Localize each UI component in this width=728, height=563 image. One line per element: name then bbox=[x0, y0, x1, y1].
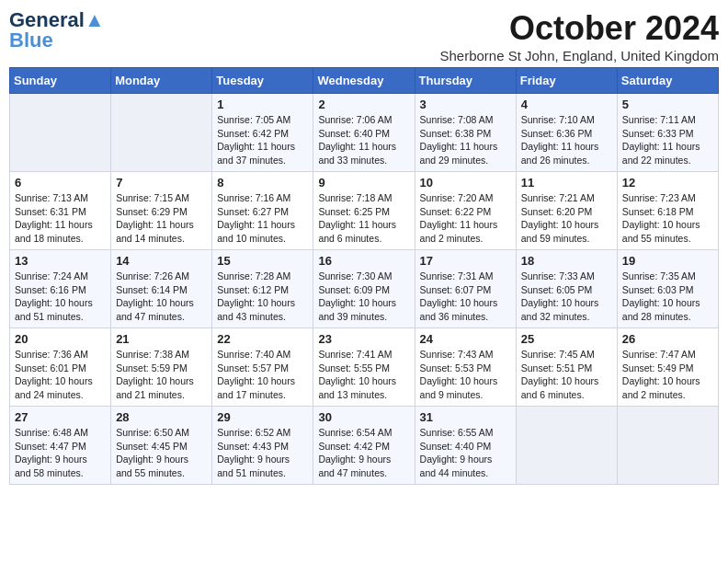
cell-info: Sunrise: 6:50 AM bbox=[116, 426, 207, 440]
cell-info: Sunrise: 7:16 AM bbox=[217, 191, 308, 205]
day-number: 3 bbox=[420, 98, 511, 111]
cell-info: Daylight: 10 hours and 32 minutes. bbox=[521, 296, 612, 323]
cell-info: Sunrise: 7:40 AM bbox=[217, 348, 308, 362]
cell-info: Daylight: 10 hours and 47 minutes. bbox=[116, 296, 207, 323]
cell-info: Daylight: 10 hours and 43 minutes. bbox=[217, 296, 308, 323]
day-number: 13 bbox=[15, 254, 106, 268]
calendar-cell: 2Sunrise: 7:06 AMSunset: 6:40 PMDaylight… bbox=[313, 94, 415, 172]
cell-info: Sunset: 6:33 PM bbox=[622, 127, 713, 141]
day-number: 19 bbox=[622, 254, 713, 268]
calendar-cell: 14Sunrise: 7:26 AMSunset: 6:14 PMDayligh… bbox=[111, 250, 212, 328]
day-number: 24 bbox=[420, 332, 511, 346]
calendar-cell: 20Sunrise: 7:36 AMSunset: 6:01 PMDayligh… bbox=[10, 328, 111, 407]
column-header-monday: Monday bbox=[111, 68, 212, 94]
day-number: 2 bbox=[318, 98, 409, 111]
cell-info: Daylight: 9 hours and 44 minutes. bbox=[420, 453, 511, 479]
day-number: 17 bbox=[420, 254, 511, 268]
day-number: 28 bbox=[116, 410, 207, 424]
cell-info: Sunset: 6:27 PM bbox=[217, 205, 308, 219]
cell-info: Daylight: 10 hours and 59 minutes. bbox=[521, 218, 612, 245]
cell-info: Daylight: 10 hours and 51 minutes. bbox=[15, 296, 106, 323]
cell-info: Sunrise: 7:47 AM bbox=[622, 348, 713, 362]
calendar-cell: 4Sunrise: 7:10 AMSunset: 6:36 PMDaylight… bbox=[516, 94, 617, 172]
cell-info: Sunset: 6:14 PM bbox=[116, 283, 207, 297]
calendar-cell: 29Sunrise: 6:52 AMSunset: 4:43 PMDayligh… bbox=[212, 407, 313, 485]
column-header-friday: Friday bbox=[516, 68, 617, 94]
calendar-cell: 10Sunrise: 7:20 AMSunset: 6:22 PMDayligh… bbox=[415, 172, 516, 250]
cell-info: Daylight: 10 hours and 17 minutes. bbox=[217, 374, 308, 401]
cell-info: Sunset: 5:53 PM bbox=[420, 362, 511, 375]
column-header-thursday: Thursday bbox=[415, 68, 516, 94]
cell-info: Sunrise: 7:24 AM bbox=[15, 270, 106, 283]
cell-info: Daylight: 10 hours and 28 minutes. bbox=[622, 296, 713, 323]
calendar-cell: 6Sunrise: 7:13 AMSunset: 6:31 PMDaylight… bbox=[10, 172, 111, 250]
calendar-cell: 19Sunrise: 7:35 AMSunset: 6:03 PMDayligh… bbox=[617, 250, 718, 328]
cell-info: Sunrise: 7:18 AM bbox=[318, 191, 409, 205]
calendar-cell: 5Sunrise: 7:11 AMSunset: 6:33 PMDaylight… bbox=[617, 94, 718, 172]
day-number: 21 bbox=[116, 332, 207, 346]
cell-info: Daylight: 11 hours and 33 minutes. bbox=[318, 140, 409, 167]
column-header-saturday: Saturday bbox=[617, 68, 718, 94]
day-number: 5 bbox=[622, 98, 713, 111]
cell-info: Sunset: 6:22 PM bbox=[420, 205, 511, 219]
day-number: 6 bbox=[15, 176, 106, 190]
calendar-cell: 16Sunrise: 7:30 AMSunset: 6:09 PMDayligh… bbox=[313, 250, 415, 328]
cell-info: Daylight: 11 hours and 37 minutes. bbox=[217, 140, 308, 167]
cell-info: Sunrise: 7:43 AM bbox=[420, 348, 511, 362]
cell-info: Daylight: 11 hours and 14 minutes. bbox=[116, 218, 207, 245]
day-number: 31 bbox=[420, 410, 511, 424]
cell-info: Sunrise: 7:38 AM bbox=[116, 348, 207, 362]
day-number: 22 bbox=[217, 332, 308, 346]
day-number: 30 bbox=[318, 410, 409, 424]
day-number: 10 bbox=[420, 176, 511, 190]
calendar-cell: 30Sunrise: 6:54 AMSunset: 4:42 PMDayligh… bbox=[313, 407, 415, 485]
cell-info: Daylight: 10 hours and 13 minutes. bbox=[318, 374, 409, 401]
day-number: 29 bbox=[217, 410, 308, 424]
calendar-cell: 25Sunrise: 7:45 AMSunset: 5:51 PMDayligh… bbox=[516, 328, 617, 407]
cell-info: Sunrise: 6:55 AM bbox=[420, 426, 511, 440]
cell-info: Daylight: 11 hours and 22 minutes. bbox=[622, 140, 713, 167]
cell-info: Daylight: 11 hours and 6 minutes. bbox=[318, 218, 409, 245]
calendar-week-2: 6Sunrise: 7:13 AMSunset: 6:31 PMDaylight… bbox=[10, 172, 719, 250]
calendar-cell: 18Sunrise: 7:33 AMSunset: 6:05 PMDayligh… bbox=[516, 250, 617, 328]
cell-info: Sunrise: 7:15 AM bbox=[116, 191, 207, 205]
cell-info: Sunset: 6:16 PM bbox=[15, 283, 106, 297]
cell-info: Daylight: 9 hours and 55 minutes. bbox=[116, 453, 207, 479]
cell-info: Sunset: 5:51 PM bbox=[521, 362, 612, 375]
day-number: 27 bbox=[15, 410, 106, 424]
cell-info: Sunset: 4:47 PM bbox=[15, 440, 106, 454]
calendar-cell: 24Sunrise: 7:43 AMSunset: 5:53 PMDayligh… bbox=[415, 328, 516, 407]
cell-info: Daylight: 10 hours and 6 minutes. bbox=[521, 374, 612, 401]
cell-info: Sunset: 6:09 PM bbox=[318, 283, 409, 297]
cell-info: Daylight: 11 hours and 2 minutes. bbox=[420, 218, 511, 245]
day-number: 1 bbox=[217, 98, 308, 111]
cell-info: Sunrise: 7:13 AM bbox=[15, 191, 106, 205]
calendar-table: SundayMondayTuesdayWednesdayThursdayFrid… bbox=[9, 67, 719, 485]
page-header: General▲ Blue October 2024 Sherborne St … bbox=[9, 9, 719, 63]
cell-info: Sunrise: 7:30 AM bbox=[318, 270, 409, 283]
cell-info: Daylight: 10 hours and 55 minutes. bbox=[622, 218, 713, 245]
cell-info: Sunset: 6:07 PM bbox=[420, 283, 511, 297]
cell-info: Sunset: 6:03 PM bbox=[622, 283, 713, 297]
cell-info: Sunset: 6:31 PM bbox=[15, 205, 106, 219]
calendar-week-1: 1Sunrise: 7:05 AMSunset: 6:42 PMDaylight… bbox=[10, 94, 719, 172]
cell-info: Sunrise: 7:41 AM bbox=[318, 348, 409, 362]
cell-info: Daylight: 10 hours and 24 minutes. bbox=[15, 374, 106, 401]
column-header-wednesday: Wednesday bbox=[313, 68, 415, 94]
column-header-sunday: Sunday bbox=[10, 68, 111, 94]
calendar-cell: 9Sunrise: 7:18 AMSunset: 6:25 PMDaylight… bbox=[313, 172, 415, 250]
calendar-week-3: 13Sunrise: 7:24 AMSunset: 6:16 PMDayligh… bbox=[10, 250, 719, 328]
cell-info: Sunset: 6:01 PM bbox=[15, 362, 106, 375]
calendar-cell: 26Sunrise: 7:47 AMSunset: 5:49 PMDayligh… bbox=[617, 328, 718, 407]
cell-info: Sunrise: 7:28 AM bbox=[217, 270, 308, 283]
calendar-cell: 7Sunrise: 7:15 AMSunset: 6:29 PMDaylight… bbox=[111, 172, 212, 250]
cell-info: Sunset: 6:20 PM bbox=[521, 205, 612, 219]
calendar-cell: 22Sunrise: 7:40 AMSunset: 5:57 PMDayligh… bbox=[212, 328, 313, 407]
calendar-cell: 1Sunrise: 7:05 AMSunset: 6:42 PMDaylight… bbox=[212, 94, 313, 172]
cell-info: Daylight: 10 hours and 9 minutes. bbox=[420, 374, 511, 401]
cell-info: Daylight: 10 hours and 2 minutes. bbox=[622, 374, 713, 401]
cell-info: Sunrise: 6:48 AM bbox=[15, 426, 106, 440]
cell-info: Sunset: 6:25 PM bbox=[318, 205, 409, 219]
cell-info: Sunset: 6:38 PM bbox=[420, 127, 511, 141]
cell-info: Daylight: 11 hours and 29 minutes. bbox=[420, 140, 511, 167]
